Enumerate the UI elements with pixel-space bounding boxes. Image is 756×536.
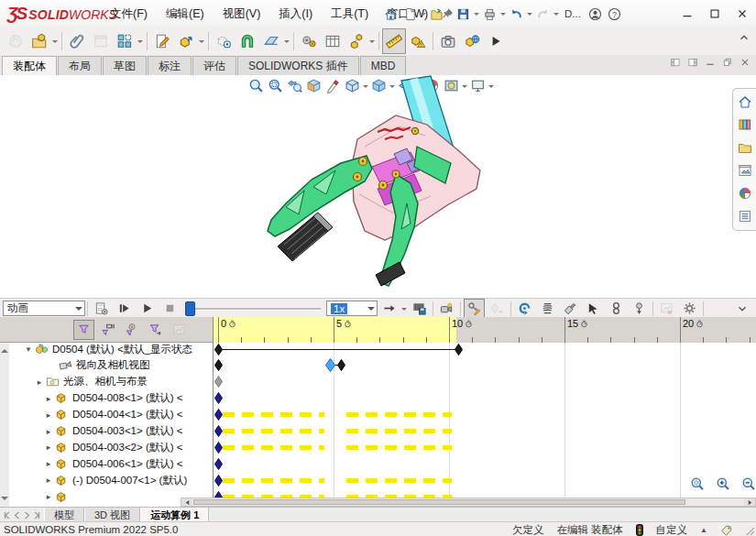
key-diamond[interactable] — [214, 376, 223, 388]
solidworks-resources-button[interactable] — [736, 93, 753, 110]
spring-button[interactable] — [537, 299, 558, 318]
assembly-features-button[interactable] — [236, 28, 259, 54]
expand-arrow-icon[interactable]: ▸ — [42, 394, 55, 403]
section-view-button[interactable] — [304, 77, 323, 94]
scrollbar-thumb[interactable] — [193, 499, 685, 505]
zoom-in-timeline-button[interactable] — [713, 475, 733, 493]
dropdown-caret-icon[interactable] — [421, 13, 426, 18]
tree-row-9[interactable]: ▸(-) D0504-007<1> (默认) — [9, 472, 213, 488]
key-diamond[interactable] — [214, 344, 223, 356]
timeline-row-2[interactable] — [214, 357, 756, 374]
playback-mode-button[interactable] — [378, 299, 400, 318]
timeline-row-1[interactable] — [214, 343, 756, 357]
previous-view-button[interactable] — [285, 77, 304, 94]
expand-arrow-icon[interactable]: ▸ — [42, 443, 55, 452]
force-button[interactable] — [583, 299, 604, 318]
dropdown-caret-icon[interactable] — [474, 13, 479, 18]
autokey-button[interactable] — [464, 299, 485, 318]
doc-tab-2[interactable]: 3D 视图 — [84, 508, 140, 522]
tree-row-2[interactable]: 视向及相机视图 — [9, 357, 213, 374]
tab-scroll-first-icon[interactable] — [3, 511, 11, 520]
home-button[interactable] — [382, 5, 400, 24]
collapse-arrow-icon[interactable]: ▾ — [22, 345, 35, 354]
expand-arrow-icon[interactable]: ▸ — [42, 427, 55, 436]
hide-show-items-button[interactable] — [396, 77, 415, 94]
timeline-row-5[interactable] — [214, 407, 756, 423]
expand-arrow-icon[interactable]: ▸ — [42, 410, 55, 420]
view-orientation-button[interactable] — [343, 77, 362, 94]
key-diamond[interactable] — [214, 409, 223, 421]
design-library-button[interactable] — [736, 116, 753, 133]
dropdown-caret-icon[interactable] — [52, 40, 58, 46]
key-diamond[interactable] — [214, 392, 223, 404]
search-commands-button[interactable]: D... — [561, 5, 585, 22]
key-diamond[interactable] — [455, 344, 463, 356]
instant3d-button[interactable] — [382, 28, 406, 54]
calculate-button[interactable] — [91, 299, 112, 318]
mate-button[interactable] — [65, 28, 89, 54]
play-from-start-button[interactable] — [114, 299, 135, 318]
help-button[interactable]: ? — [606, 5, 623, 24]
timeline-horizontal-scrollbar[interactable] — [181, 498, 756, 507]
reference-geometry-button[interactable] — [259, 28, 283, 54]
apply-scene-button[interactable] — [442, 77, 461, 94]
ribbon-tab-5[interactable]: 评估 — [192, 56, 236, 75]
close-button[interactable] — [729, 0, 756, 27]
dropdown-caret-icon[interactable] — [553, 13, 559, 18]
menu-item-3[interactable]: 视图(V) — [214, 6, 270, 22]
show-left-pane-button[interactable] — [670, 57, 681, 68]
tab-scroll-next-icon[interactable] — [23, 511, 31, 520]
doc-tab-1[interactable]: 模型 — [44, 508, 84, 522]
dropdown-caret-icon[interactable] — [369, 40, 375, 46]
print-button[interactable] — [481, 5, 499, 24]
graphics-viewport[interactable] — [0, 75, 756, 298]
document-close-button[interactable] — [740, 57, 751, 68]
tag-icon[interactable] — [720, 524, 732, 536]
tree-row-3[interactable]: ▸光源、相机与布景 — [9, 374, 213, 390]
key-diamond[interactable] — [337, 359, 345, 371]
timeline-row-8[interactable] — [214, 455, 756, 472]
dropdown-caret-icon[interactable] — [284, 40, 290, 46]
playback-speed-select[interactable]: 1x — [326, 301, 378, 316]
ribbon-tab-2[interactable]: 布局 — [58, 56, 102, 75]
interference-detection-button[interactable]: ! — [406, 28, 430, 54]
stop-button[interactable] — [159, 299, 181, 318]
open-button[interactable] — [428, 5, 445, 24]
dropdown-caret-icon[interactable] — [199, 40, 204, 46]
asset-publisher-button[interactable] — [460, 28, 484, 54]
scroll-down-arrow-icon[interactable] — [1, 497, 8, 504]
toolbar-collapse-chevron-icon[interactable] — [738, 31, 751, 44]
ribbon-tab-1[interactable]: 装配体 — [2, 56, 57, 75]
key-diamond[interactable] — [214, 425, 223, 437]
save-animation-button[interactable] — [409, 299, 430, 318]
scroll-right-arrow-icon[interactable] — [744, 498, 755, 506]
motionmanager-collapse-chevron-icon[interactable] — [736, 302, 749, 315]
tab-scroll-prev-icon[interactable] — [13, 511, 21, 520]
ribbon-tab-3[interactable]: 草图 — [103, 56, 147, 75]
save-button[interactable] — [455, 5, 472, 24]
custom-expand-arrow-icon[interactable]: ▲ — [700, 526, 707, 534]
motion-gears-button[interactable] — [297, 28, 321, 54]
maximize-button[interactable] — [701, 0, 729, 27]
key-diamond[interactable] — [214, 442, 223, 454]
key-diamond[interactable] — [214, 475, 223, 487]
zoom-fit-timeline-button[interactable] — [687, 475, 707, 493]
filter-animated-button[interactable] — [97, 320, 118, 340]
move-component-button[interactable] — [174, 28, 198, 54]
key-diamond[interactable] — [214, 458, 223, 470]
expand-arrow-icon[interactable]: ▸ — [42, 459, 55, 468]
tree-row-8[interactable]: ▸D0504-006<1> (默认) < — [9, 455, 213, 472]
play-button[interactable] — [137, 299, 158, 318]
redo-button[interactable] — [534, 5, 552, 24]
insert-components-button[interactable] — [27, 28, 51, 54]
key-diamond[interactable] — [214, 491, 223, 498]
ribbon-tab-4[interactable]: 标注 — [148, 56, 192, 75]
contact-button[interactable] — [606, 299, 627, 318]
smart-fasteners-button[interactable] — [150, 28, 174, 54]
key-diamond[interactable] — [214, 359, 223, 371]
exploded-view-button[interactable] — [345, 28, 368, 54]
tree-row-7[interactable]: ▸D0504-003<2> (默认) < — [9, 439, 213, 455]
expand-arrow-icon[interactable]: ▸ — [33, 377, 46, 387]
resize-grip[interactable] — [744, 525, 755, 536]
dropdown-caret-icon[interactable] — [500, 13, 506, 18]
